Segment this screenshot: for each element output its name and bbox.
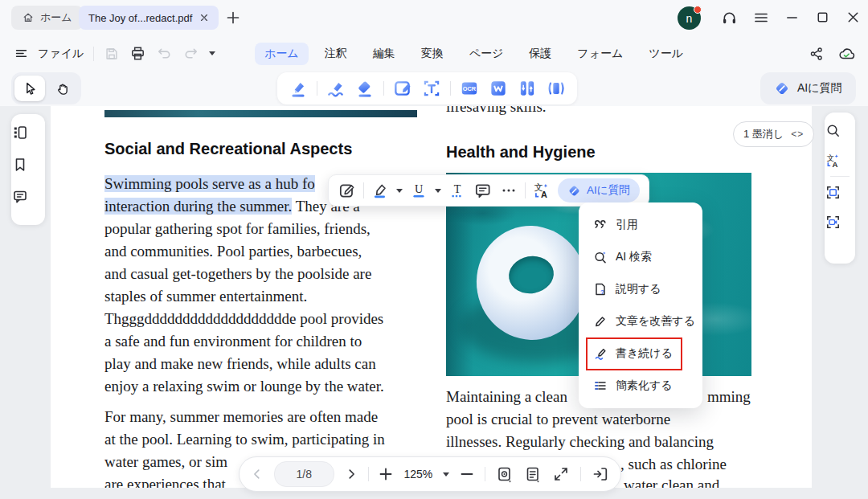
menu-item-quote[interactable]: 引用 <box>579 209 702 241</box>
section-heading[interactable]: Social and Recreational Aspects <box>104 140 352 158</box>
text-line[interactable]: popular gathering spot for families, fri… <box>104 220 371 238</box>
undo-icon[interactable] <box>156 45 173 62</box>
next-page-icon[interactable] <box>345 468 358 481</box>
text-line[interactable]: staples of summer entertainment. <box>104 288 307 305</box>
ask-ai-button[interactable]: AIに質問 <box>760 72 856 104</box>
record-capture-icon[interactable] <box>825 214 855 231</box>
tab-annotate[interactable]: 注釈 <box>315 43 357 65</box>
zoom-out-icon[interactable] <box>460 467 474 481</box>
text-line[interactable]: and communities. Pool parties, barbecues… <box>104 243 362 260</box>
page-navigation-toolbar: 1/8 125% <box>239 456 621 492</box>
zoom-in-icon[interactable] <box>379 467 393 481</box>
text-line[interactable]: Thgggddddddddddddddddddde pool provides <box>104 310 383 328</box>
highlight-color-caret-icon[interactable] <box>396 189 403 193</box>
side-panel-toggle-icon[interactable] <box>592 465 609 483</box>
squiggly-underline-tool-icon[interactable] <box>326 78 346 99</box>
comment-panel-icon[interactable] <box>11 188 45 206</box>
file-menu[interactable]: ファイル <box>38 47 84 61</box>
pdfelement-crown-tool-icon[interactable] <box>488 78 509 99</box>
menu-item-explain[interactable]: ? 説明する <box>579 273 702 305</box>
tab-edit[interactable]: 編集 <box>363 43 405 65</box>
text-line[interactable]: a safe and fun environment for children … <box>104 333 362 350</box>
menu-item-ai-search[interactable]: AI 検索 <box>579 241 702 273</box>
hand-pan-tool[interactable] <box>47 76 78 101</box>
selected-text[interactable]: Swimming pools serve as a hub fo <box>104 175 315 192</box>
minimize-button[interactable] <box>784 10 800 26</box>
text-line[interactable]: interaction during the summer. They are … <box>104 198 360 215</box>
text-fragment[interactable]: , such as chlorine <box>620 456 727 473</box>
text-line-clipped[interactable]: lifesaving skills. <box>446 106 547 116</box>
compress-tool-icon[interactable] <box>517 78 538 99</box>
section-heading[interactable]: Health and Hygiene <box>446 143 596 162</box>
menu-item-label: 文章を改善する <box>616 314 695 329</box>
cloud-sync-icon[interactable] <box>837 45 855 63</box>
text-line[interactable]: Swimming pools serve as a hub fo <box>104 175 315 193</box>
support-headset-icon[interactable] <box>721 10 737 26</box>
fullscreen-icon[interactable] <box>552 465 570 483</box>
select-cursor-tool[interactable] <box>14 76 45 101</box>
thumbnail-panel-icon[interactable] <box>11 124 45 141</box>
app-menu-icon[interactable] <box>753 10 769 26</box>
zoom-caret-icon[interactable] <box>443 472 449 477</box>
tab-protect[interactable]: 保護 <box>519 43 561 65</box>
text-line[interactable]: and casual get-togethers by the poolside… <box>104 265 371 283</box>
text-line[interactable]: play and make new friends, while adults … <box>104 355 376 373</box>
new-tab-button[interactable] <box>225 10 241 26</box>
page-layout-icon[interactable] <box>524 465 542 483</box>
close-window-button[interactable] <box>845 10 862 26</box>
selected-text[interactable]: interaction during the summer. <box>104 198 292 215</box>
tab-convert[interactable]: 変換 <box>411 43 453 65</box>
ai-translate-icon[interactable]: 文A <box>825 152 855 169</box>
menu-item-improve-writing[interactable]: 文章を改善する <box>579 305 702 337</box>
redo-icon[interactable] <box>182 45 199 62</box>
underline-color-caret-icon[interactable] <box>435 189 441 193</box>
ask-ai-selection-button[interactable]: AIに質問 <box>558 178 640 202</box>
bates-numbering-tool-icon[interactable] <box>546 78 567 99</box>
menu-item-simplify[interactable]: 簡素化する <box>579 370 702 402</box>
tab-page[interactable]: ページ <box>460 43 514 65</box>
menu-item-continue-writing[interactable]: 書き続ける <box>579 337 702 370</box>
share-icon[interactable] <box>809 46 825 62</box>
text-line[interactable]: at the pool. Learning to swim, participa… <box>104 431 385 448</box>
close-tab-icon[interactable] <box>199 13 209 22</box>
zoom-level[interactable]: 125% <box>403 468 432 481</box>
underline-text-icon[interactable]: U <box>409 181 428 200</box>
document-tab[interactable]: The Joy of...redact.pdf <box>79 6 219 30</box>
file-menu-icon[interactable] <box>14 47 28 60</box>
translate-selection-icon[interactable]: 文A <box>532 181 551 200</box>
text-line[interactable]: illnesses. Regularly checking and balanc… <box>446 433 714 451</box>
eraser-tool-icon[interactable] <box>354 78 375 99</box>
screenshot-capture-icon[interactable] <box>825 184 855 201</box>
edit-pdf-tool-icon[interactable] <box>392 78 413 99</box>
highlight-text-icon[interactable] <box>371 181 390 200</box>
print-icon[interactable] <box>129 45 146 62</box>
text-fragment[interactable]: Maintaining a clean <box>446 388 567 406</box>
redaction-count-badge[interactable]: 1 墨消し <> <box>733 121 814 147</box>
strikethrough-text-icon[interactable]: T <box>448 181 467 200</box>
save-icon[interactable] <box>104 46 120 62</box>
maximize-button[interactable] <box>815 10 831 26</box>
text-line[interactable]: water games, or sim <box>104 453 227 471</box>
highlight-tool-icon[interactable] <box>288 78 309 99</box>
right-sidebar: 文A <box>825 112 855 264</box>
text-line[interactable]: enjoy a relaxing swim or lounge by the w… <box>104 378 384 395</box>
tab-tools[interactable]: ツール <box>639 43 693 65</box>
tab-form[interactable]: フォーム <box>567 43 633 65</box>
edit-text-icon[interactable] <box>338 181 357 200</box>
previous-page-icon[interactable] <box>251 468 264 481</box>
avatar[interactable]: n <box>678 6 701 30</box>
home-tab[interactable]: ホーム <box>11 6 83 30</box>
text-line[interactable]: For many, summer memories are often made <box>104 408 378 426</box>
tab-home[interactable]: ホーム <box>255 43 309 65</box>
add-text-tool-icon[interactable] <box>421 78 442 99</box>
comment-icon[interactable] <box>473 181 493 200</box>
bookmark-panel-icon[interactable] <box>11 156 45 174</box>
more-actions-caret-icon[interactable] <box>209 51 215 55</box>
more-options-icon[interactable] <box>499 181 518 200</box>
ocr-tool-icon[interactable]: OCR <box>459 78 480 99</box>
text-line[interactable]: pool is crucial to prevent waterborne <box>446 411 670 428</box>
search-icon[interactable] <box>825 122 855 139</box>
page-view-mode-icon[interactable] <box>496 465 514 483</box>
page-indicator-input[interactable]: 1/8 <box>274 461 334 487</box>
text-fragment[interactable]: mming <box>707 388 751 406</box>
